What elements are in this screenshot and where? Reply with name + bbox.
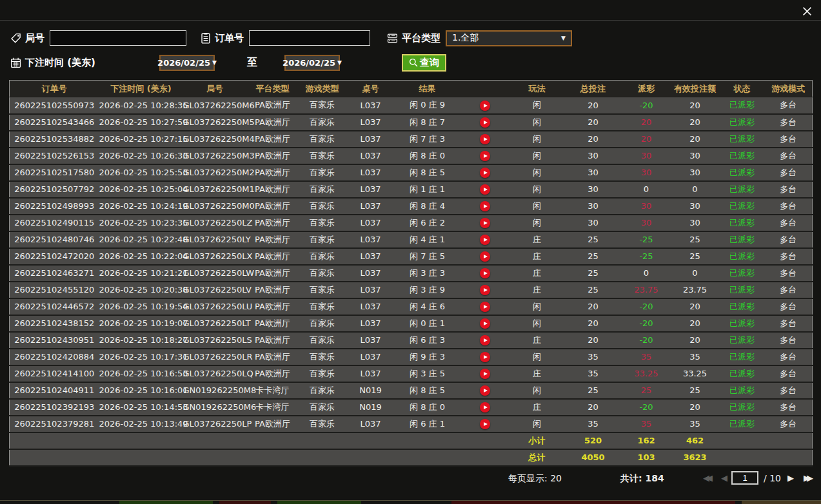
cell-result: 闲 6 庄 2 (395, 215, 460, 231)
cell-payout: -25 (622, 248, 671, 265)
cell-status: 已派彩 (720, 181, 765, 198)
cell-round: GN019262250M8 (183, 382, 247, 399)
cell-order: 260225102392193 (10, 399, 99, 416)
cell-table-no: L037 (346, 298, 395, 315)
cell-time: 2026-02-25 10:26:33 (99, 148, 183, 164)
cell-valid-bet: 30 (671, 198, 720, 215)
cell-play-type: 庄 (510, 265, 564, 282)
replay-play-icon[interactable] (480, 168, 490, 178)
cell-valid-bet: 20 (671, 399, 720, 416)
replay-play-icon[interactable] (480, 352, 490, 362)
table-row: 260225102446572 2026-02-25 10:19:54 GL03… (10, 298, 813, 315)
replay-play-icon[interactable] (480, 101, 490, 111)
cell-table-no: N019 (346, 399, 395, 416)
cell-time: 2026-02-25 10:16:53 (99, 365, 183, 382)
page-number-input[interactable] (731, 471, 758, 485)
cell-order: 260225102498993 (10, 198, 99, 215)
cell-order: 260225102517580 (10, 164, 99, 181)
cell-payout: 0 (622, 181, 671, 198)
cell-replay (460, 97, 510, 114)
round-number-input[interactable] (50, 30, 186, 46)
prev-page-icon[interactable]: ◀ (721, 473, 727, 483)
subtotal-valid-bet: 462 (671, 432, 720, 449)
cell-round: GL037262250LV (183, 282, 247, 298)
cell-table-no: L037 (346, 131, 395, 148)
replay-play-icon[interactable] (480, 201, 490, 211)
cell-order: 260225102463271 (10, 265, 99, 282)
cell-payout: 35 (622, 416, 671, 432)
cell-platform: PA欧洲厅 (247, 332, 299, 349)
cell-order: 260225102507792 (10, 181, 99, 198)
search-button[interactable]: 查询 (402, 54, 446, 72)
replay-play-icon[interactable] (480, 268, 490, 278)
cell-replay (460, 416, 510, 432)
cell-valid-bet: 33.25 (671, 365, 720, 382)
header-round: 局号 (183, 81, 247, 97)
calendar-icon (10, 57, 21, 68)
cell-play-type: 闲 (510, 198, 564, 215)
replay-play-icon[interactable] (480, 335, 490, 345)
cell-valid-bet: 30 (671, 148, 720, 164)
last-page-icon[interactable]: ▶▶ (804, 473, 813, 483)
replay-play-icon[interactable] (480, 385, 490, 396)
cell-table-no: L037 (346, 164, 395, 181)
platform-type-select[interactable]: 1.全部 ▼ (446, 30, 572, 46)
cell-result: 闲 3 庄 5 (395, 365, 460, 382)
cell-platform: PA欧洲厅 (247, 365, 299, 382)
background-remnant (451, 501, 735, 504)
cell-play-type: 庄 (510, 365, 564, 382)
replay-play-icon[interactable] (480, 117, 490, 128)
close-icon[interactable] (800, 5, 813, 17)
cell-time: 2026-02-25 10:28:35 (99, 97, 183, 114)
bet-time-label: 下注时间 (美东) (25, 57, 121, 69)
cell-game-type: 百家乐 (299, 164, 346, 181)
cell-result: 闲 7 庄 3 (395, 131, 460, 148)
cell-table-no: L037 (346, 148, 395, 164)
cell-order: 260225102414100 (10, 365, 99, 382)
replay-play-icon[interactable] (480, 419, 490, 429)
replay-play-icon[interactable] (480, 369, 490, 379)
replay-play-icon[interactable] (480, 302, 490, 312)
cell-payout: -20 (622, 97, 671, 114)
replay-play-icon[interactable] (480, 285, 490, 295)
cell-total-bet: 30 (564, 148, 622, 164)
cell-round: GL037262250LR (183, 349, 247, 365)
cell-status: 已派彩 (720, 164, 765, 181)
table-row: 260225102455120 2026-02-25 10:20:38 GL03… (10, 282, 813, 298)
cell-replay (460, 231, 510, 248)
replay-play-icon[interactable] (480, 134, 490, 144)
replay-play-icon[interactable] (480, 251, 490, 262)
replay-play-icon[interactable] (480, 402, 490, 412)
replay-play-icon[interactable] (480, 318, 490, 329)
cell-valid-bet: 35 (671, 349, 720, 365)
header-status: 状态 (720, 81, 765, 97)
cell-replay (460, 114, 510, 131)
platform-type-value: 1.全部 (452, 32, 479, 44)
date-from-picker[interactable]: 2026/02/25 ▼ (159, 55, 215, 71)
platform-type-label: 平台类型 (402, 32, 440, 44)
replay-play-icon[interactable] (480, 235, 490, 245)
header-time: 下注时间 (美东) (99, 81, 183, 97)
cell-time: 2026-02-25 10:27:15 (99, 131, 183, 148)
cell-status: 已派彩 (720, 131, 765, 148)
first-page-icon[interactable]: ◀◀ (703, 473, 713, 483)
cell-status: 已派彩 (720, 231, 765, 248)
cell-game-mode: 多台 (765, 332, 813, 349)
replay-play-icon[interactable] (480, 218, 490, 228)
cell-table-no: L037 (346, 282, 395, 298)
cell-payout: 0 (622, 265, 671, 282)
subtotal-row: 小计 520 162 462 (10, 432, 813, 449)
cell-play-type: 闲 (510, 148, 564, 164)
next-page-icon[interactable]: ▶ (787, 473, 794, 483)
cell-result: 闲 7 庄 5 (395, 248, 460, 265)
header-game-type: 游戏类型 (299, 81, 346, 97)
replay-play-icon[interactable] (480, 151, 490, 161)
cell-valid-bet: 25 (671, 248, 720, 265)
replay-play-icon[interactable] (480, 184, 490, 195)
order-number-input[interactable] (249, 30, 370, 46)
cell-game-mode: 多台 (765, 181, 813, 198)
cell-time: 2026-02-25 10:14:53 (99, 399, 183, 416)
date-to-picker[interactable]: 2026/02/25 ▼ (284, 55, 340, 71)
cell-total-bet: 20 (564, 97, 622, 114)
table-row: 260225102463271 2026-02-25 10:21:21 GL03… (10, 265, 813, 282)
